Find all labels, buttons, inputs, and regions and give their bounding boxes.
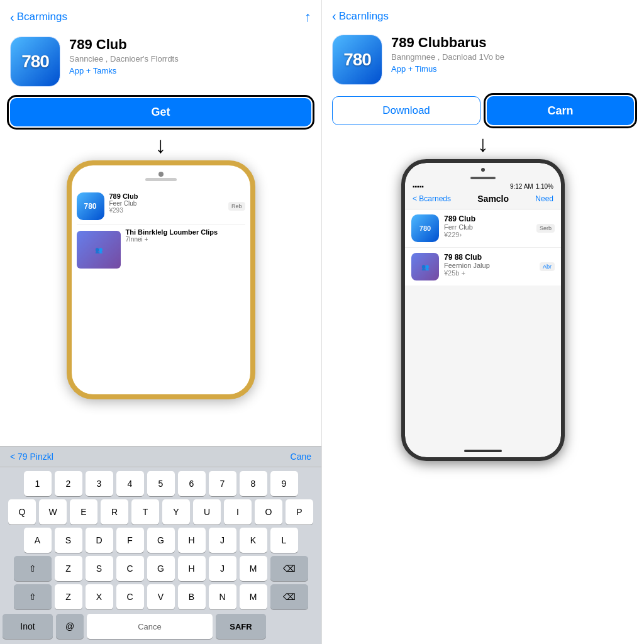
key-delete-1[interactable]: ⌫ — [270, 556, 308, 581]
key-1[interactable]: 1 — [24, 471, 52, 496]
left-back-button[interactable]: ‹ Bcarmings — [10, 10, 67, 25]
key-u[interactable]: U — [193, 499, 221, 525]
key-f[interactable]: F — [116, 528, 144, 553]
left-iphone-mockup: 780 789 Club Feer Club ¥293 Reb 👥 Th — [67, 160, 255, 399]
right-phone-action[interactable]: Need — [535, 194, 553, 203]
right-chevron-left-icon: ‹ — [332, 9, 336, 23]
keyboard-zxcv-row2: ⇧ Z X C V B N M ⌫ — [3, 584, 319, 609]
left-group-sub: 7Innei + — [126, 236, 245, 243]
left-screen-content: 780 789 Club Feer Club ¥293 Reb 👥 Th — [72, 185, 250, 276]
status-time: 9:12 AM — [510, 183, 533, 190]
key-3[interactable]: 3 — [86, 471, 113, 496]
key-2[interactable]: 2 — [55, 471, 82, 496]
right-down-arrow-icon: ↓ — [477, 133, 489, 155]
keyboard-bottom-row: Inot @ Cance SAFR — [0, 614, 321, 644]
right-iphone-screen: ▪▪▪▪▪ 9:12 AM 1.10% < Bcarneds Samclo Ne… — [405, 163, 561, 457]
left-group-title: Thi Binrklelg Loumber Clips — [126, 228, 245, 236]
left-app-category: App + Tamks — [69, 66, 311, 75]
right-list-badge-1[interactable]: Serb — [536, 224, 555, 233]
key-space[interactable]: Cance — [87, 614, 213, 639]
right-status-bar: ▪▪▪▪▪ 9:12 AM 1.10% — [405, 179, 561, 191]
key-j1[interactable]: J — [209, 556, 236, 581]
right-phone-back[interactable]: < Bcarneds — [413, 194, 451, 203]
key-l[interactable]: L — [270, 528, 298, 553]
carn-button[interactable]: Carn — [487, 96, 634, 125]
download-button[interactable]: Download — [332, 96, 480, 125]
key-j[interactable]: J — [209, 528, 236, 553]
key-safr[interactable]: SAFR — [216, 614, 266, 639]
key-e[interactable]: E — [70, 499, 97, 525]
key-k[interactable]: K — [240, 528, 267, 553]
left-iphone-app-price: ¥293 — [109, 207, 223, 214]
right-app-info: 780 789 Clubbarus Banngmnee , Dacnload 1… — [322, 27, 644, 91]
key-h1[interactable]: H — [178, 556, 206, 581]
left-group-photo: 👥 — [77, 231, 121, 269]
key-s[interactable]: S — [55, 528, 82, 553]
left-action-row: Get — [0, 93, 321, 134]
key-q[interactable]: Q — [8, 499, 36, 525]
share-icon[interactable]: ↑ — [304, 9, 311, 25]
key-o[interactable]: O — [255, 499, 282, 525]
keyboard-asdf-row: A S D F G H J K L — [3, 528, 319, 553]
left-iphone-app-icon: 780 — [77, 192, 104, 220]
key-c1[interactable]: C — [116, 556, 144, 581]
key-h[interactable]: H — [178, 528, 206, 553]
key-b2[interactable]: B — [178, 584, 206, 609]
right-nav-bar: ‹ Bcarnlings — [322, 0, 644, 27]
key-delete-2[interactable]: ⌫ — [270, 584, 308, 609]
key-c2[interactable]: C — [116, 584, 144, 609]
key-7[interactable]: 7 — [209, 471, 236, 496]
key-m1[interactable]: M — [240, 556, 267, 581]
right-arrow-container: ↓ — [322, 133, 644, 159]
right-phone-title: Samclo — [477, 194, 509, 204]
key-w[interactable]: W — [39, 499, 67, 525]
key-inot[interactable]: Inot — [3, 614, 53, 639]
right-back-button[interactable]: ‹ Bcarnlings — [332, 9, 389, 23]
key-v2[interactable]: V — [147, 584, 175, 609]
key-d[interactable]: D — [86, 528, 113, 553]
key-g1[interactable]: G — [147, 556, 175, 581]
key-y[interactable]: Y — [162, 499, 190, 525]
left-group-photo-inner: 👥 — [77, 231, 121, 269]
right-list-price-1: ¥229 › — [444, 231, 531, 238]
key-5[interactable]: 5 — [147, 471, 175, 496]
get-button[interactable]: Get — [10, 98, 311, 126]
left-iphone-app-name: 789 Club — [109, 192, 223, 200]
key-6[interactable]: 6 — [178, 471, 206, 496]
left-iphone-screen: 780 789 Club Feer Club ¥293 Reb 👥 Th — [72, 165, 250, 394]
left-iphone-app-sub: Feer Club — [109, 200, 223, 207]
key-a[interactable]: A — [24, 528, 52, 553]
key-at[interactable]: @ — [56, 614, 84, 639]
key-shift-1[interactable]: ⇧ — [14, 556, 52, 581]
key-8[interactable]: 8 — [240, 471, 267, 496]
left-iphone-speaker — [145, 178, 177, 181]
key-p[interactable]: P — [286, 499, 313, 525]
keyboard-toolbar-left: < 79 Pinzkl — [10, 452, 53, 462]
down-arrow-icon: ↓ — [155, 134, 167, 157]
left-arrow-container: ↓ — [0, 134, 321, 160]
key-z1[interactable]: Z — [55, 556, 82, 581]
key-i[interactable]: I — [224, 499, 252, 525]
key-4[interactable]: 4 — [116, 471, 144, 496]
key-shift-2[interactable]: ⇧ — [14, 584, 52, 609]
left-nav-bar: ‹ Bcarmings ↑ — [0, 0, 321, 29]
key-9[interactable]: 9 — [270, 471, 298, 496]
right-list-price-2: ¥25b + — [444, 269, 535, 277]
right-phone-nav: < Bcarneds Samclo Need — [405, 191, 561, 209]
keyboard-rows: 1 2 3 4 5 6 7 8 9 Q W E R T Y U I O — [0, 467, 321, 614]
key-t[interactable]: T — [131, 499, 159, 525]
right-list-icon-2: 👥 — [411, 253, 439, 280]
status-signal: ▪▪▪▪▪ — [413, 183, 424, 190]
left-iphone-badge[interactable]: Reb — [228, 202, 245, 211]
key-m2[interactable]: M — [240, 584, 267, 609]
keyboard-toolbar-right: Cane — [291, 452, 311, 462]
right-list-badge-2[interactable]: Abr — [540, 262, 555, 271]
right-list-item-1: 780 789 Club Ferr Club ¥229 › Serb — [405, 209, 561, 248]
key-s1[interactable]: S — [86, 556, 113, 581]
right-app-name: 789 Clubbarus — [391, 35, 634, 51]
key-x2[interactable]: X — [86, 584, 113, 609]
key-n2[interactable]: N — [209, 584, 236, 609]
key-z2[interactable]: Z — [55, 584, 82, 609]
key-g[interactable]: G — [147, 528, 175, 553]
key-r[interactable]: R — [101, 499, 128, 525]
